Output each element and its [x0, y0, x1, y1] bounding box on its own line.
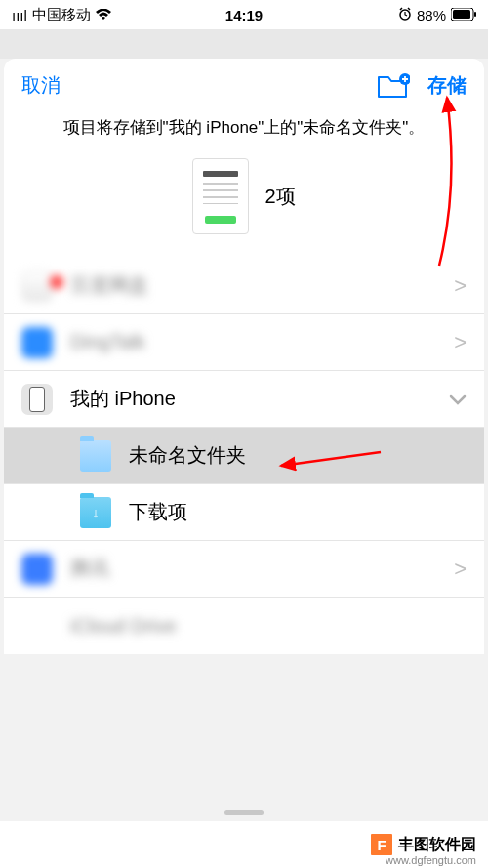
chevron-down-icon: [449, 387, 467, 412]
location-label: 百度网盘: [70, 272, 454, 299]
chevron-right-icon: >: [454, 330, 467, 355]
watermark-domain: www.dgfengtu.com: [386, 854, 476, 866]
chevron-right-icon: >: [454, 273, 467, 299]
list-item[interactable]: iCloud Drive: [4, 598, 484, 654]
status-bar: ıııl 中国移动 14:19 88%: [0, 0, 488, 29]
save-modal: 取消 存储 项目将存储到"我的 iPhone"上的"未命名文件夹"。 2项 百度…: [4, 59, 484, 654]
app-icon: [21, 270, 53, 302]
list-item[interactable]: DingTalk >: [4, 314, 484, 371]
cancel-button[interactable]: 取消: [21, 72, 61, 99]
location-label: iCloud Drive: [70, 615, 467, 638]
sheet-handle[interactable]: [224, 810, 264, 815]
new-folder-button[interactable]: [377, 73, 410, 99]
chevron-right-icon: >: [454, 557, 467, 582]
app-icon: [21, 610, 53, 641]
app-icon: [21, 554, 53, 585]
iphone-icon: [21, 384, 53, 415]
list-item-my-iphone[interactable]: 我的 iPhone: [4, 371, 484, 428]
battery-percent: 88%: [417, 7, 446, 23]
svg-rect-3: [474, 12, 476, 17]
list-item-downloads[interactable]: 下载项: [4, 484, 484, 541]
folder-icon: [80, 440, 111, 472]
wifi-icon: [96, 7, 111, 23]
carrier-label: 中国移动: [32, 6, 91, 24]
battery-icon: [451, 7, 476, 23]
location-label: 下载项: [129, 499, 467, 525]
location-label: 未命名文件夹: [129, 442, 467, 469]
preview-area: 2项: [4, 152, 484, 258]
folder-download-icon: [80, 497, 111, 528]
location-label: 我的 iPhone: [70, 386, 449, 412]
save-description: 项目将存储到"我的 iPhone"上的"未命名文件夹"。: [4, 108, 484, 152]
watermark-brand: 丰图软件园: [398, 835, 476, 855]
list-item[interactable]: 腾讯 >: [4, 541, 484, 598]
modal-header: 取消 存储: [4, 59, 484, 108]
item-count: 2项: [264, 184, 295, 210]
location-label: DingTalk: [70, 331, 454, 353]
save-button[interactable]: 存储: [427, 72, 467, 99]
document-thumbnail: [192, 158, 249, 234]
location-list: 百度网盘 > DingTalk > 我的 iPhone 未命名文件夹 下载项 腾…: [4, 258, 484, 654]
alarm-icon: [398, 7, 412, 23]
app-icon: [21, 327, 53, 358]
list-item-unnamed-folder[interactable]: 未命名文件夹: [4, 428, 484, 484]
clock: 14:19: [225, 7, 263, 23]
watermark-logo: F: [371, 834, 392, 855]
modal-backdrop: [0, 29, 488, 59]
location-label: 腾讯: [70, 556, 454, 582]
watermark: F 丰图软件园 www.dgfengtu.com: [0, 821, 488, 868]
signal-icon: ıııl: [12, 7, 27, 23]
svg-rect-2: [453, 10, 470, 19]
list-item[interactable]: 百度网盘 >: [4, 258, 484, 314]
